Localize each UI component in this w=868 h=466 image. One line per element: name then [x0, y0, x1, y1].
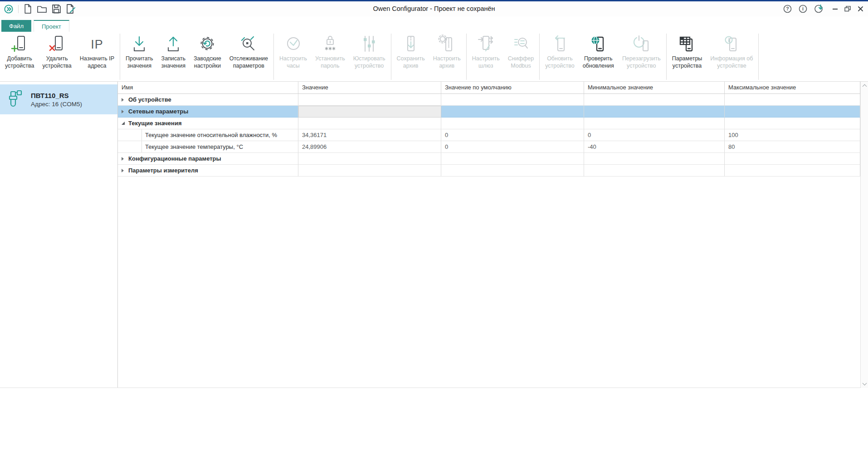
toolbar-button-watch-parameters[interactable]: Отслеживание параметров — [225, 33, 272, 69]
row-value — [298, 153, 441, 165]
toolbar-button-assign-ip[interactable]: IP Назначить IP адреса — [76, 33, 118, 69]
svg-text:i: i — [802, 6, 804, 11]
open-project-icon[interactable] — [37, 5, 47, 14]
toolbar-button-label: Информация об — [710, 55, 753, 63]
toolbar: Добавить устройства Удалить устройства I… — [0, 32, 868, 82]
device-list-item[interactable]: ПВТ110_RS Адрес: 16 (COM5) — [0, 84, 117, 114]
tab-project[interactable]: Проект — [34, 20, 69, 32]
table-row[interactable]: Конфигурационные параметры — [118, 153, 860, 165]
device-sensor-icon — [5, 89, 24, 110]
parameters-table: Имя Значение Значение по умолчанию Миним… — [118, 82, 868, 388]
toolbar-button-label: шлюз — [478, 63, 493, 70]
save-project-as-icon[interactable] — [66, 4, 76, 14]
toolbar-button-label: пароль — [321, 63, 339, 70]
column-header-max[interactable]: Максимальное значение — [725, 82, 860, 94]
set-password-icon — [320, 34, 340, 55]
toolbar-button-save-archive: Сохранить архив — [393, 33, 429, 69]
table-row[interactable]: Параметры измерителя — [118, 165, 860, 177]
row-max — [725, 153, 860, 165]
toolbar-separator — [758, 34, 759, 80]
column-header-name[interactable]: Имя — [118, 82, 298, 94]
save-project-icon[interactable] — [52, 4, 61, 14]
toolbar-button-set-password: Установить пароль — [311, 33, 349, 69]
toolbar-button-remove-devices[interactable]: Удалить устройства — [38, 33, 75, 69]
new-project-icon[interactable] — [23, 4, 32, 14]
toolbar-button-label: Modbus — [511, 63, 531, 70]
row-name: Об устройстве — [128, 94, 171, 105]
tab-file[interactable]: Файл — [1, 20, 31, 32]
row-min — [584, 94, 725, 106]
row-name: Сетевые параметры — [128, 106, 188, 117]
watch-parameters-icon — [239, 34, 258, 55]
toolbar-button-label: Настроить — [472, 55, 500, 63]
toolbar-button-label: Прочитать — [126, 55, 153, 63]
toolbar-button-label: Сниффер — [508, 55, 534, 63]
row-max — [725, 165, 860, 177]
content-area: ПВТ110_RS Адрес: 16 (COM5) Имя Значение … — [0, 82, 868, 388]
toolbar-button-label: параметров — [233, 63, 264, 70]
configure-archive-icon — [437, 34, 457, 55]
toolbar-button-device-parameters[interactable]: Параметры устройства — [668, 33, 707, 69]
expander-icon[interactable] — [122, 122, 128, 125]
minimize-button[interactable] — [833, 9, 838, 10]
toolbar-button-write-values[interactable]: Записать значения — [157, 33, 190, 69]
vertical-scrollbar[interactable] — [860, 82, 868, 388]
remove-device-icon — [47, 34, 67, 55]
row-min — [584, 106, 725, 118]
toolbar-button-check-updates[interactable]: Проверить обновления — [579, 33, 618, 69]
table-row[interactable]: Текущее значение температуры, °C 24,8990… — [118, 141, 860, 153]
toolbar-button-label: устройство — [627, 63, 656, 70]
row-max: 80 — [725, 141, 860, 153]
titlebar-divider — [18, 5, 19, 13]
expander-icon[interactable] — [122, 169, 128, 172]
window-title: Owen Configurator - Проект не сохранён — [0, 1, 868, 16]
set-clock-icon — [283, 34, 303, 55]
row-default: 0 — [441, 141, 584, 153]
add-device-icon — [10, 34, 29, 55]
table-row[interactable]: Текущие значения — [118, 118, 860, 129]
toolbar-button-label: устройства — [5, 63, 34, 70]
help-icon[interactable]: ? — [783, 5, 792, 13]
row-value-editor[interactable] — [298, 106, 441, 118]
toolbar-button-label: архив — [403, 63, 419, 70]
toolbar-button-read-values[interactable]: Прочитать значения — [122, 33, 157, 69]
toolbar-button-label: Параметры — [672, 55, 702, 63]
table-row[interactable]: Об устройстве — [118, 94, 860, 106]
ribbon-tabs: Файл Проект — [0, 16, 868, 32]
svg-text:?: ? — [786, 6, 789, 11]
toolbar-button-set-clock: Настроить часы — [275, 33, 311, 69]
row-name: Параметры измерителя — [128, 165, 198, 176]
toolbar-button-configure-gateway: Настроить шлюз — [468, 33, 504, 69]
column-header-min[interactable]: Минимальное значение — [584, 82, 725, 94]
expander-icon[interactable] — [122, 110, 128, 113]
toolbar-button-update-device: Обновить устройство — [541, 33, 578, 69]
check-updates-titlebar-icon[interactable] — [814, 4, 824, 14]
column-header-value[interactable]: Значение — [298, 82, 441, 94]
toolbar-button-factory-settings[interactable]: Заводские настройки — [190, 33, 225, 69]
toolbar-button-label: Обновить — [547, 55, 573, 63]
toolbar-button-add-devices[interactable]: Добавить устройства — [1, 33, 38, 69]
toolbar-button-configure-archive: Настроить архив — [429, 33, 465, 69]
row-value — [298, 94, 441, 106]
scroll-up-icon[interactable] — [862, 84, 867, 89]
toolbar-separator — [466, 34, 467, 80]
close-button[interactable] — [858, 6, 863, 12]
toolbar-button-label: Добавить — [7, 55, 32, 63]
column-header-default[interactable]: Значение по умолчанию — [441, 82, 584, 94]
device-address: Адрес: 16 (COM5) — [31, 101, 82, 108]
expander-icon[interactable] — [122, 98, 128, 102]
table-row[interactable]: Текущее значение относительной влажности… — [118, 129, 860, 141]
expander-icon[interactable] — [122, 157, 128, 161]
scroll-down-icon[interactable] — [862, 381, 867, 386]
toolbar-button-label: адреса — [88, 63, 106, 70]
table-row-selected[interactable]: Сетевые параметры — [118, 106, 860, 118]
toolbar-button-label: Проверить — [584, 55, 613, 63]
check-updates-icon — [588, 34, 608, 55]
toolbar-button-reboot-device: Перезагрузить устройство — [618, 33, 665, 69]
toolbar-button-label: Установить — [315, 55, 345, 63]
about-icon[interactable]: i — [799, 5, 807, 13]
toolbar-button-label: значения — [127, 63, 151, 70]
maximize-restore-button[interactable] — [844, 6, 851, 12]
toolbar-button-label: часы — [287, 63, 300, 70]
toolbar-button-label: Отслеживание — [229, 55, 268, 63]
